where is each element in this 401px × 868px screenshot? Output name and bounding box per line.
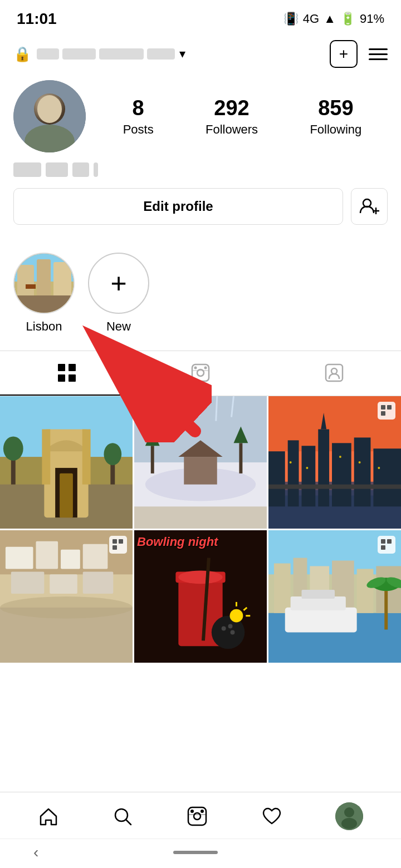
svg-rect-59 [268,451,285,506]
posts-label: Posts [123,122,154,137]
svg-rect-129 [188,814,206,815]
followers-count: 292 [214,96,249,120]
edit-profile-button[interactable]: Edit profile [13,188,343,225]
profile-nav-button[interactable] [335,802,363,830]
svg-point-126 [194,813,200,820]
svg-rect-66 [373,448,401,506]
svg-rect-13 [14,295,74,313]
svg-point-99 [230,609,243,623]
svg-point-68 [306,467,308,469]
grid-item-6[interactable] [268,530,401,663]
tab-reels[interactable] [134,351,267,396]
svg-rect-65 [354,437,371,506]
svg-line-124 [126,820,131,825]
svg-rect-89 [113,545,117,550]
grid-item-2[interactable] [134,396,267,529]
tab-tagged[interactable] [267,351,401,396]
svg-rect-120 [381,539,385,544]
svg-rect-113 [285,608,357,633]
svg-point-70 [359,461,361,463]
tagged-icon [325,363,344,382]
grid-item-3[interactable] [268,396,401,529]
avatar[interactable] [13,80,86,152]
battery-percent: 91% [360,12,384,26]
add-person-icon [359,196,379,216]
svg-rect-78 [6,547,33,569]
back-button[interactable]: ‹ [33,844,38,861]
svg-rect-19 [69,374,76,382]
svg-rect-82 [11,571,45,594]
posts-stat[interactable]: 8 Posts [123,96,154,137]
story-new[interactable]: + New [88,253,149,334]
vibrate-icon: 📳 [283,12,299,26]
search-nav-button[interactable] [112,806,133,827]
svg-point-22 [194,367,197,369]
svg-point-132 [341,818,357,829]
svg-rect-84 [83,571,114,594]
profile-section: 8 Posts 292 Followers 859 Following Edit… [0,75,401,247]
svg-point-69 [339,456,341,458]
username-area[interactable]: ▾ [37,47,185,61]
story-label-lisbon: Lisbon [26,319,62,334]
svg-rect-111 [357,569,374,613]
svg-rect-107 [274,564,291,613]
new-post-button[interactable]: + [330,40,358,68]
svg-rect-79 [36,541,58,569]
home-nav-button[interactable] [38,806,59,827]
svg-rect-125 [188,807,206,825]
stories-section: Lisbon + New [0,247,401,345]
svg-point-93 [178,570,222,584]
reels-nav-button[interactable] [187,806,208,827]
svg-rect-44 [184,457,217,485]
posts-count: 8 [133,96,144,120]
svg-rect-53 [239,443,242,474]
status-time: 11:01 [17,10,57,28]
following-stat[interactable]: 859 Following [310,96,361,137]
svg-rect-116 [384,585,388,629]
plus-new-icon: + [110,267,126,299]
svg-rect-88 [119,539,123,544]
followers-label: Followers [206,122,258,137]
svg-rect-60 [288,440,299,506]
svg-line-48 [199,396,200,416]
photo-grid: Bowling night [0,396,401,663]
svg-rect-121 [387,539,392,544]
username-blurred [37,48,175,60]
following-label: Following [310,122,361,137]
followers-stat[interactable]: 292 Followers [206,96,258,137]
menu-line-2 [369,53,388,55]
story-lisbon[interactable]: Lisbon [13,253,75,334]
grid-item-5[interactable]: Bowling night [134,530,267,663]
menu-line-3 [369,58,388,60]
svg-rect-72 [268,485,401,489]
plus-icon: + [339,45,348,63]
grid-item-1[interactable] [0,396,133,529]
menu-button[interactable] [369,48,388,60]
svg-rect-73 [381,405,385,410]
svg-rect-17 [69,364,76,371]
tabs-section [0,351,401,396]
svg-point-23 [204,367,207,369]
chevron-down-icon[interactable]: ▾ [179,47,185,61]
home-indicator[interactable] [173,851,218,854]
signal-icon: ▲ [324,12,336,26]
add-friend-button[interactable] [351,188,388,225]
story-new-circle: + [88,253,149,314]
bottom-nav [0,792,401,840]
nav-left: 🔒 ▾ [13,46,185,63]
grid-item-4[interactable] [0,530,133,663]
svg-rect-33 [42,430,50,485]
svg-point-86 [0,596,133,619]
story-circle-lisbon [13,253,75,314]
nav-right: + [330,40,388,68]
svg-point-127 [190,810,194,813]
avatar-placeholder [13,80,86,152]
svg-rect-18 [58,374,65,382]
activity-nav-button[interactable] [261,806,282,827]
tab-grid[interactable] [0,351,134,396]
multiple-icon-3 [378,402,395,420]
svg-rect-32 [60,474,73,517]
bowling-night-text: Bowling night [137,535,218,549]
system-nav: ‹ [0,839,401,868]
profile-name [13,162,388,177]
